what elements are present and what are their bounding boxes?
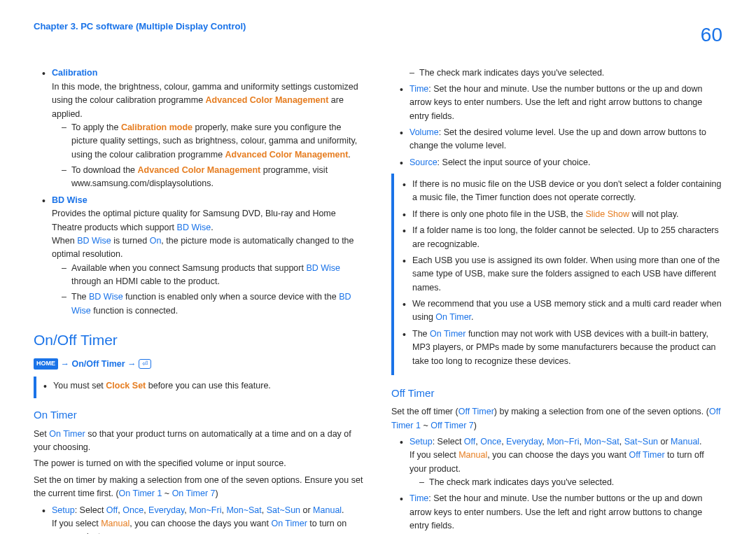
- info-6: The On Timer function may not work with …: [402, 328, 722, 368]
- on-timer-options-2: Time: Set the hour and minute. Use the n…: [400, 83, 722, 169]
- on-timer-options: Setup: Select Off, Once, Everyday, Mon~F…: [42, 504, 365, 534]
- bdwise-sublist: Available when you connect Samsung produ…: [62, 262, 365, 318]
- nav-path: HOME → On/Off Timer → ⏎: [34, 358, 365, 371]
- on-timer-p3: Set the on timer by making a selection f…: [34, 474, 365, 501]
- bdwise-note-1: Available when you connect Samsung produ…: [62, 262, 365, 289]
- enter-icon: ⏎: [139, 359, 151, 369]
- calibration-sublist: To apply the Calibration mode properly, …: [62, 121, 365, 191]
- source-option: Source: Select the input source of your …: [400, 156, 722, 169]
- time-option: Time: Set the hour and minute. Use the n…: [400, 83, 722, 123]
- calibration-intro: In this mode, the brightness, colour, ga…: [52, 82, 358, 119]
- page-header: Chapter 3. PC software (Multiple Display…: [34, 20, 722, 50]
- usb-info-box: If there is no music file on the USB dev…: [391, 174, 722, 375]
- info-1: If there is no music file on the USB dev…: [402, 178, 722, 205]
- content-columns: Calibration In this mode, the brightness…: [34, 66, 722, 534]
- onoff-timer-heading: On/Off Timer: [34, 329, 365, 352]
- off-time-option: Time: Set the hour and minute. Use the n…: [400, 492, 722, 533]
- on-timer-heading: On Timer: [34, 407, 365, 423]
- bdwise-p1: Provides the optimal picture quality for…: [52, 209, 336, 232]
- off-check-note: The check mark indicates days you've sel…: [419, 476, 722, 489]
- calibration-note-2: To download the Advanced Color Managemen…: [62, 164, 365, 191]
- setup-option: Setup: Select Off, Once, Everyday, Mon~F…: [42, 504, 365, 534]
- right-column: The check mark indicates days you've sel…: [391, 66, 722, 534]
- clock-set-note: You must set Clock Set before you can us…: [34, 377, 365, 398]
- info-4: Each USB you use is assigned its own fol…: [402, 254, 722, 295]
- bdwise-label: BD Wise: [52, 195, 88, 205]
- bdwise-item: BD Wise Provides the optimal picture qua…: [42, 194, 365, 318]
- bdwise-p2: When BD Wise is turned On, the picture m…: [52, 236, 354, 259]
- check-list: The check mark indicates days you've sel…: [410, 66, 722, 80]
- home-icon: HOME: [34, 358, 58, 370]
- on-timer-p1: Set On Timer so that your product turns …: [34, 428, 365, 455]
- calibration-list: Calibration In this mode, the brightness…: [42, 66, 365, 318]
- volume-option: Volume: Set the desired volume level. Us…: [400, 126, 722, 153]
- on-timer-p2: The power is turned on with the specifie…: [34, 457, 365, 470]
- calibration-item: Calibration In this mode, the brightness…: [42, 66, 365, 190]
- check-note: The check mark indicates days you've sel…: [410, 66, 722, 80]
- off-timer-p1: Set the off timer (Off Timer) by making …: [391, 405, 722, 433]
- calibration-label: Calibration: [52, 68, 97, 78]
- bdwise-note-2: The BD Wise function is enabled only whe…: [62, 290, 365, 318]
- left-column: Calibration In this mode, the brightness…: [34, 66, 365, 534]
- calibration-note-1: To apply the Calibration mode properly, …: [62, 121, 365, 162]
- page-number: 60: [701, 20, 722, 50]
- off-setup-option: Setup: Select Off, Once, Everyday, Mon~F…: [400, 435, 722, 490]
- off-timer-heading: Off Timer: [391, 385, 722, 401]
- info-2: If there is only one photo file in the U…: [402, 208, 722, 221]
- info-3: If a folder name is too long, the folder…: [402, 224, 722, 251]
- chapter-title: Chapter 3. PC software (Multiple Display…: [34, 20, 246, 34]
- off-timer-options: Setup: Select Off, Once, Everyday, Mon~F…: [400, 435, 722, 533]
- info-5: We recommend that you use a USB memory s…: [402, 297, 722, 325]
